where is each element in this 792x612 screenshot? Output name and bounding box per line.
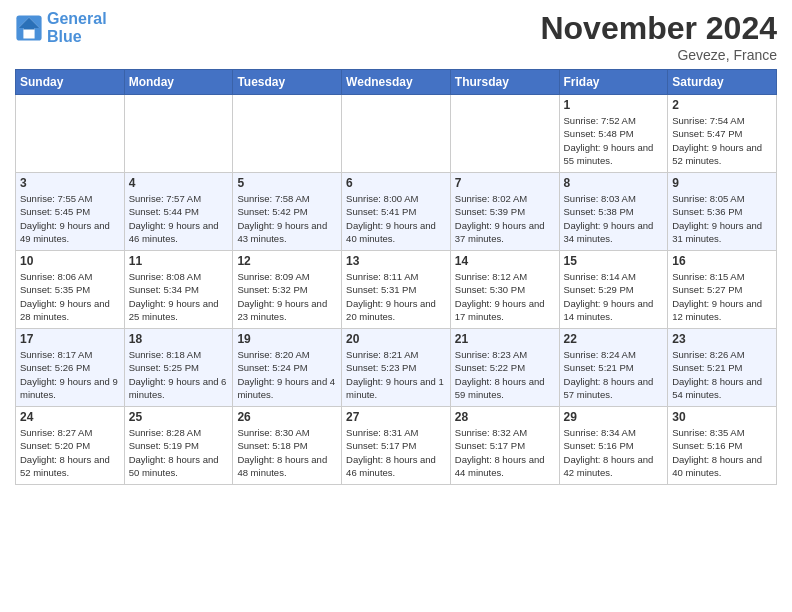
calendar-cell: 18Sunrise: 8:18 AM Sunset: 5:25 PM Dayli…: [124, 329, 233, 407]
weekday-header-thursday: Thursday: [450, 70, 559, 95]
day-number: 21: [455, 332, 555, 346]
weekday-header-wednesday: Wednesday: [342, 70, 451, 95]
day-number: 26: [237, 410, 337, 424]
day-info: Sunrise: 7:57 AM Sunset: 5:44 PM Dayligh…: [129, 192, 229, 245]
calendar-cell: 15Sunrise: 8:14 AM Sunset: 5:29 PM Dayli…: [559, 251, 668, 329]
day-number: 19: [237, 332, 337, 346]
calendar-cell: 20Sunrise: 8:21 AM Sunset: 5:23 PM Dayli…: [342, 329, 451, 407]
day-number: 24: [20, 410, 120, 424]
calendar-cell: 29Sunrise: 8:34 AM Sunset: 5:16 PM Dayli…: [559, 407, 668, 485]
day-info: Sunrise: 8:09 AM Sunset: 5:32 PM Dayligh…: [237, 270, 337, 323]
calendar-cell: 5Sunrise: 7:58 AM Sunset: 5:42 PM Daylig…: [233, 173, 342, 251]
day-info: Sunrise: 8:15 AM Sunset: 5:27 PM Dayligh…: [672, 270, 772, 323]
calendar-cell: [342, 95, 451, 173]
day-info: Sunrise: 8:28 AM Sunset: 5:19 PM Dayligh…: [129, 426, 229, 479]
day-number: 3: [20, 176, 120, 190]
week-row-5: 24Sunrise: 8:27 AM Sunset: 5:20 PM Dayli…: [16, 407, 777, 485]
day-number: 17: [20, 332, 120, 346]
calendar-cell: [16, 95, 125, 173]
day-number: 14: [455, 254, 555, 268]
week-row-1: 1Sunrise: 7:52 AM Sunset: 5:48 PM Daylig…: [16, 95, 777, 173]
day-number: 8: [564, 176, 664, 190]
day-info: Sunrise: 7:55 AM Sunset: 5:45 PM Dayligh…: [20, 192, 120, 245]
day-number: 7: [455, 176, 555, 190]
day-info: Sunrise: 8:06 AM Sunset: 5:35 PM Dayligh…: [20, 270, 120, 323]
day-info: Sunrise: 8:11 AM Sunset: 5:31 PM Dayligh…: [346, 270, 446, 323]
calendar-cell: 12Sunrise: 8:09 AM Sunset: 5:32 PM Dayli…: [233, 251, 342, 329]
day-number: 25: [129, 410, 229, 424]
day-info: Sunrise: 8:00 AM Sunset: 5:41 PM Dayligh…: [346, 192, 446, 245]
day-number: 23: [672, 332, 772, 346]
calendar-cell: 2Sunrise: 7:54 AM Sunset: 5:47 PM Daylig…: [668, 95, 777, 173]
calendar-cell: 24Sunrise: 8:27 AM Sunset: 5:20 PM Dayli…: [16, 407, 125, 485]
calendar-cell: 7Sunrise: 8:02 AM Sunset: 5:39 PM Daylig…: [450, 173, 559, 251]
logo-text: General Blue: [47, 10, 107, 45]
day-number: 18: [129, 332, 229, 346]
weekday-header-tuesday: Tuesday: [233, 70, 342, 95]
day-number: 15: [564, 254, 664, 268]
calendar-cell: 30Sunrise: 8:35 AM Sunset: 5:16 PM Dayli…: [668, 407, 777, 485]
calendar-cell: 23Sunrise: 8:26 AM Sunset: 5:21 PM Dayli…: [668, 329, 777, 407]
day-info: Sunrise: 8:30 AM Sunset: 5:18 PM Dayligh…: [237, 426, 337, 479]
calendar-cell: 9Sunrise: 8:05 AM Sunset: 5:36 PM Daylig…: [668, 173, 777, 251]
calendar-cell: 22Sunrise: 8:24 AM Sunset: 5:21 PM Dayli…: [559, 329, 668, 407]
calendar-cell: 6Sunrise: 8:00 AM Sunset: 5:41 PM Daylig…: [342, 173, 451, 251]
day-number: 1: [564, 98, 664, 112]
weekday-header-sunday: Sunday: [16, 70, 125, 95]
week-row-2: 3Sunrise: 7:55 AM Sunset: 5:45 PM Daylig…: [16, 173, 777, 251]
title-section: November 2024 Geveze, France: [540, 10, 777, 63]
month-title: November 2024: [540, 10, 777, 47]
day-info: Sunrise: 8:35 AM Sunset: 5:16 PM Dayligh…: [672, 426, 772, 479]
day-number: 10: [20, 254, 120, 268]
calendar-cell: 28Sunrise: 8:32 AM Sunset: 5:17 PM Dayli…: [450, 407, 559, 485]
day-info: Sunrise: 8:14 AM Sunset: 5:29 PM Dayligh…: [564, 270, 664, 323]
day-info: Sunrise: 8:31 AM Sunset: 5:17 PM Dayligh…: [346, 426, 446, 479]
day-info: Sunrise: 8:08 AM Sunset: 5:34 PM Dayligh…: [129, 270, 229, 323]
day-info: Sunrise: 8:24 AM Sunset: 5:21 PM Dayligh…: [564, 348, 664, 401]
day-number: 22: [564, 332, 664, 346]
calendar-cell: 11Sunrise: 8:08 AM Sunset: 5:34 PM Dayli…: [124, 251, 233, 329]
day-info: Sunrise: 8:26 AM Sunset: 5:21 PM Dayligh…: [672, 348, 772, 401]
calendar-cell: 17Sunrise: 8:17 AM Sunset: 5:26 PM Dayli…: [16, 329, 125, 407]
day-number: 16: [672, 254, 772, 268]
calendar-cell: [450, 95, 559, 173]
day-info: Sunrise: 8:34 AM Sunset: 5:16 PM Dayligh…: [564, 426, 664, 479]
weekday-header-saturday: Saturday: [668, 70, 777, 95]
day-number: 12: [237, 254, 337, 268]
day-info: Sunrise: 8:03 AM Sunset: 5:38 PM Dayligh…: [564, 192, 664, 245]
day-number: 29: [564, 410, 664, 424]
day-number: 28: [455, 410, 555, 424]
calendar-cell: [233, 95, 342, 173]
calendar-cell: 3Sunrise: 7:55 AM Sunset: 5:45 PM Daylig…: [16, 173, 125, 251]
day-number: 9: [672, 176, 772, 190]
calendar-cell: 10Sunrise: 8:06 AM Sunset: 5:35 PM Dayli…: [16, 251, 125, 329]
calendar-cell: 25Sunrise: 8:28 AM Sunset: 5:19 PM Dayli…: [124, 407, 233, 485]
header: General Blue November 2024 Geveze, Franc…: [15, 10, 777, 63]
day-number: 11: [129, 254, 229, 268]
week-row-4: 17Sunrise: 8:17 AM Sunset: 5:26 PM Dayli…: [16, 329, 777, 407]
day-info: Sunrise: 7:54 AM Sunset: 5:47 PM Dayligh…: [672, 114, 772, 167]
day-number: 20: [346, 332, 446, 346]
day-info: Sunrise: 8:21 AM Sunset: 5:23 PM Dayligh…: [346, 348, 446, 401]
weekday-header-friday: Friday: [559, 70, 668, 95]
logo-general: General: [47, 10, 107, 27]
calendar-cell: 14Sunrise: 8:12 AM Sunset: 5:30 PM Dayli…: [450, 251, 559, 329]
day-info: Sunrise: 7:58 AM Sunset: 5:42 PM Dayligh…: [237, 192, 337, 245]
week-row-3: 10Sunrise: 8:06 AM Sunset: 5:35 PM Dayli…: [16, 251, 777, 329]
calendar-cell: 21Sunrise: 8:23 AM Sunset: 5:22 PM Dayli…: [450, 329, 559, 407]
day-info: Sunrise: 7:52 AM Sunset: 5:48 PM Dayligh…: [564, 114, 664, 167]
day-info: Sunrise: 8:23 AM Sunset: 5:22 PM Dayligh…: [455, 348, 555, 401]
location: Geveze, France: [540, 47, 777, 63]
day-number: 6: [346, 176, 446, 190]
calendar-cell: 1Sunrise: 7:52 AM Sunset: 5:48 PM Daylig…: [559, 95, 668, 173]
day-info: Sunrise: 8:27 AM Sunset: 5:20 PM Dayligh…: [20, 426, 120, 479]
logo: General Blue: [15, 10, 107, 45]
calendar: SundayMondayTuesdayWednesdayThursdayFrid…: [15, 69, 777, 485]
day-info: Sunrise: 8:18 AM Sunset: 5:25 PM Dayligh…: [129, 348, 229, 401]
logo-blue: Blue: [47, 28, 107, 46]
day-info: Sunrise: 8:32 AM Sunset: 5:17 PM Dayligh…: [455, 426, 555, 479]
weekday-header-monday: Monday: [124, 70, 233, 95]
calendar-cell: 26Sunrise: 8:30 AM Sunset: 5:18 PM Dayli…: [233, 407, 342, 485]
calendar-cell: 8Sunrise: 8:03 AM Sunset: 5:38 PM Daylig…: [559, 173, 668, 251]
page-container: General Blue November 2024 Geveze, Franc…: [0, 0, 792, 495]
